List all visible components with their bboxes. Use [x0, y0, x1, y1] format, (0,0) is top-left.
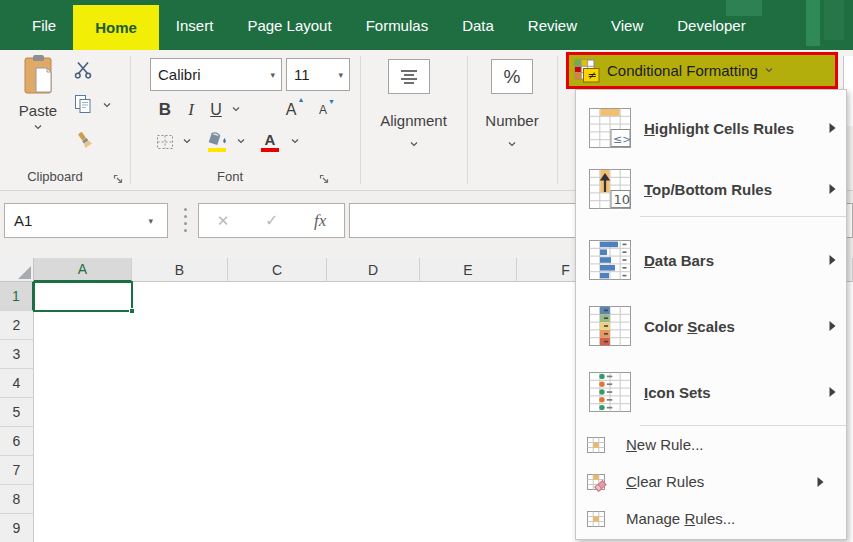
borders-button[interactable] [152, 128, 178, 156]
font-color-bar [261, 148, 279, 152]
fill-handle[interactable] [129, 308, 135, 314]
insert-function-icon[interactable]: fx [314, 211, 326, 231]
data-bars-icon [586, 236, 634, 284]
enter-icon[interactable]: ✓ [265, 211, 278, 230]
copy-dropdown-button[interactable] [100, 98, 114, 112]
fill-color-button[interactable] [202, 126, 232, 158]
row-header-5[interactable]: 5 [0, 398, 34, 427]
paste-clipboard-icon [21, 54, 55, 96]
menu-item-clear-rules[interactable]: Clear Rules [576, 463, 846, 500]
fill-color-icon [206, 132, 228, 147]
font-size-combobox[interactable]: 11 ▾ [286, 58, 350, 91]
number-dropdown-chevron[interactable] [467, 133, 557, 151]
decrease-font-size-button[interactable]: A▼ [308, 96, 338, 124]
copy-button[interactable] [70, 91, 96, 117]
conditional-formatting-button[interactable]: ≠ Conditional Formatting [566, 52, 838, 89]
name-box[interactable]: A1 ▾ [4, 203, 168, 238]
menu-item-top-bottom-rules[interactable]: 10Top/Bottom Rules [576, 162, 846, 216]
menu-item-manage-rules[interactable]: Manage Rules... [576, 500, 846, 537]
increase-font-size-button[interactable]: A▲ [276, 96, 306, 124]
chevron-down-icon [103, 103, 111, 108]
tab-data[interactable]: Data [445, 0, 511, 50]
tab-file[interactable]: File [15, 0, 73, 50]
row-header-7[interactable]: 7 [0, 456, 34, 485]
column-header-c[interactable]: C [228, 258, 327, 282]
clipboard-dialog-launcher-icon[interactable] [112, 171, 124, 183]
row-header-3[interactable]: 3 [0, 340, 34, 369]
font-name-combobox[interactable]: Calibri ▾ [150, 58, 282, 91]
paste-button[interactable]: Paste [10, 54, 66, 182]
menu-item-data-bars[interactable]: Data Bars [576, 227, 846, 293]
name-box-value: A1 [14, 212, 32, 229]
column-header-d[interactable]: D [327, 258, 420, 282]
font-size-value: 11 [294, 66, 310, 83]
name-box-dropdown-icon[interactable]: ▾ [148, 216, 153, 226]
underline-dropdown-button[interactable] [229, 102, 243, 116]
titlebar-decoration [726, 0, 762, 16]
menu-item-label: Manage Rules... [626, 510, 735, 527]
format-painter-button[interactable] [72, 128, 98, 154]
paste-button-label: Paste [19, 102, 57, 119]
submenu-arrow-icon [829, 255, 836, 266]
manage-rules-icon [585, 508, 607, 530]
bold-label: B [159, 100, 171, 120]
font-group-label: Font [130, 169, 330, 184]
row-header-2[interactable]: 2 [0, 311, 34, 340]
tab-insert[interactable]: Insert [159, 0, 231, 50]
menu-item-label: Highlight Cells Rules [644, 120, 794, 137]
alignment-button[interactable] [388, 59, 430, 94]
color-scales-icon [586, 302, 634, 350]
triangle-up-icon: ▲ [297, 96, 304, 103]
chevron-down-icon [232, 107, 240, 112]
titlebar-decoration [824, 0, 844, 40]
cancel-icon[interactable]: ✕ [217, 212, 230, 230]
row-header-6[interactable]: 6 [0, 427, 34, 456]
tab-review[interactable]: Review [511, 0, 594, 50]
conditional-formatting-icon: ≠ [574, 59, 600, 83]
icon-sets-icon [586, 368, 634, 416]
select-all-corner[interactable] [0, 258, 34, 282]
menu-item-new-rule[interactable]: New Rule... [576, 426, 846, 463]
font-color-button[interactable]: A [256, 126, 284, 158]
tab-home[interactable]: Home [73, 5, 159, 50]
font-color-dropdown-button[interactable] [288, 134, 302, 148]
scissors-icon [73, 60, 93, 80]
menu-item-label: Data Bars [644, 252, 714, 269]
number-format-button[interactable]: % [491, 59, 533, 94]
group-separator [130, 56, 131, 184]
italic-button[interactable]: I [180, 96, 202, 124]
borders-dropdown-button[interactable] [180, 134, 194, 148]
menu-item-color-scales[interactable]: Color Scales [576, 293, 846, 359]
alignment-dropdown-chevron[interactable] [360, 133, 467, 151]
row-header-8[interactable]: 8 [0, 485, 34, 514]
shrink-font-label: A [319, 103, 327, 117]
underline-label: U [210, 101, 222, 119]
font-color-a-glyph: A [265, 132, 276, 147]
triangle-down-icon: ▼ [328, 98, 335, 105]
bold-button[interactable]: B [152, 96, 178, 124]
row-header-9[interactable]: 9 [0, 514, 34, 542]
menu-item-label: Icon Sets [644, 384, 711, 401]
alignment-group-label: Alignment [360, 112, 467, 129]
underline-button[interactable]: U [204, 96, 228, 124]
row-header-4[interactable]: 4 [0, 369, 34, 398]
highlight-cells-rules-icon: ≤> [586, 104, 634, 152]
font-dialog-launcher-icon[interactable] [318, 171, 330, 183]
menu-item-highlight-cells-rules[interactable]: ≤>Highlight Cells Rules [576, 94, 846, 162]
chevron-down-icon [183, 139, 191, 144]
formula-bar-resize-handle[interactable] [184, 208, 187, 232]
chevron-down-icon [237, 139, 245, 144]
tab-formulas[interactable]: Formulas [349, 0, 446, 50]
cut-button[interactable] [70, 58, 96, 82]
column-header-e[interactable]: E [420, 258, 517, 282]
fill-color-dropdown-button[interactable] [234, 134, 248, 148]
font-name-value: Calibri [158, 66, 201, 83]
chevron-down-icon [34, 125, 42, 130]
column-header-a[interactable]: A [34, 258, 132, 282]
menu-item-icon-sets[interactable]: Icon Sets [576, 359, 846, 425]
submenu-arrow-icon [829, 387, 836, 398]
column-header-b[interactable]: B [132, 258, 228, 282]
tab-view[interactable]: View [594, 0, 660, 50]
tab-page-layout[interactable]: Page Layout [230, 0, 348, 50]
row-header-1[interactable]: 1 [0, 282, 34, 311]
